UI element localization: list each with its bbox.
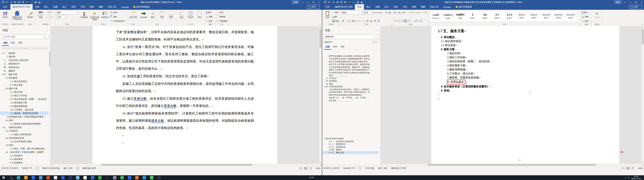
language-indicator[interactable]: 中文(中国)	[365, 167, 374, 170]
ribbon-button-另存为[interactable]: 另存为	[1, 11, 10, 23]
style-entry[interactable]: 2.1.1.1.1标题 7	[540, 11, 552, 22]
justify-button[interactable]	[404, 19, 407, 23]
ribbon-small-行和段落间距[interactable]: ↕行和段落间距⌄	[110, 19, 126, 23]
taskbar-app-icon-18[interactable]	[143, 176, 146, 179]
change-case-button[interactable]: Aa⌄	[380, 11, 383, 14]
previous-result-button[interactable]: ∧	[372, 41, 375, 43]
tab-10[interactable]: 开发工具	[105, 4, 119, 10]
tab-file[interactable]: 文件	[322, 4, 333, 10]
taskbar-app-icon-4[interactable]	[39, 176, 42, 179]
align-left-button[interactable]	[394, 19, 397, 23]
zoom-level[interactable]: 120%	[636, 167, 643, 169]
taskbar-app-icon-5[interactable]	[46, 176, 50, 179]
font-size-combo[interactable]: 五号▾	[363, 11, 372, 15]
collapse-triangle-icon[interactable]: ◢	[5, 130, 7, 132]
expand-triangle-icon[interactable]: ▷	[8, 98, 10, 100]
align-center-button[interactable]	[340, 1, 342, 4]
collapse-triangle-icon[interactable]: ◢	[5, 137, 7, 139]
checkbox-网格线[interactable]: 网格线	[217, 15, 227, 19]
chevron-down-icon[interactable]: ⌄	[46, 36, 47, 38]
close-button[interactable]: ×	[316, 0, 322, 4]
tab-9[interactable]: 视图	[96, 4, 105, 10]
nav-item[interactable]: 由于乙方原因造成的环境污染或生态破坏责任，...	[322, 60, 379, 63]
minimize-button[interactable]: —	[305, 0, 311, 4]
collapse-triangle-icon[interactable]: ◢	[1, 127, 4, 128]
accessibility-status[interactable]: 辅助功能: 不可用	[391, 167, 406, 170]
taskbar-app-icon-8[interactable]	[68, 176, 72, 179]
style-entry[interactable]: 2.1标题 3	[491, 11, 504, 22]
nav-item[interactable]: ▷2.5 服务保障措施	[0, 104, 49, 108]
nav-item[interactable]: 2.2 项目工作目标	[0, 94, 49, 97]
nav-item[interactable]: 2.4 项目服务方案	[0, 101, 49, 104]
print-layout-button[interactable]	[304, 167, 307, 170]
ribbon-button-表格[interactable]: 表格⌄	[36, 11, 45, 23]
signin-button[interactable]: 登录	[292, 0, 300, 4]
ribbon-button-页脚[interactable]: 页脚⌄	[166, 11, 175, 23]
multilevel-list-button[interactable]: ⌄	[403, 11, 407, 14]
share-button[interactable]: 共享⌄	[307, 5, 320, 9]
text-effects-button[interactable]: A⌄	[363, 19, 366, 23]
nav-item[interactable]: ◢4 《初步评审》中响应的资料（按顺序...	[0, 150, 49, 154]
nav-item[interactable]: 由于乙方人员不服从现场安全管理、超指定区域...	[322, 63, 379, 66]
checkbox-标尺[interactable]: 标尺	[217, 11, 227, 14]
read-mode-button[interactable]	[299, 167, 302, 170]
nav-item[interactable]: 其它约定：＿＿＿＿＿＿。	[322, 99, 379, 102]
style-entry[interactable]: 2.1.1标题 4	[504, 11, 516, 22]
taskbar-app-icon-16[interactable]	[128, 176, 131, 179]
nav-item[interactable]: 如果乙方未按甲方安全生产及环保规定组织生产...	[322, 69, 379, 72]
nav-item[interactable]: ▷4.3 信誉要求	[0, 161, 49, 164]
taskbar-app-icon-7[interactable]	[61, 176, 64, 179]
dialog-launcher-icon[interactable]	[338, 24, 340, 26]
phonetic-guide-button[interactable]: 拼	[385, 11, 388, 14]
read-mode-button[interactable]	[622, 167, 625, 170]
taskbar-app-icon-10[interactable]	[84, 176, 87, 179]
collapse-triangle-icon[interactable]: ◢	[5, 144, 7, 146]
show-desktop-button[interactable]	[642, 175, 643, 180]
taskbar-app-icon-1[interactable]	[17, 176, 20, 179]
format-painter-button[interactable]: ▨	[38, 1, 41, 4]
style-button[interactable]: ▤	[34, 1, 37, 4]
macro-icon[interactable]: ▤	[76, 167, 79, 170]
nav-item[interactable]: 五、 偏差表	[0, 69, 49, 73]
tab-5[interactable]: 设计	[382, 4, 391, 10]
taskbar-app-icon-6[interactable]	[54, 176, 57, 179]
scroll-up-icon[interactable]: ▲	[642, 26, 644, 29]
ribbon-small-替换[interactable]: ab替换	[582, 15, 590, 19]
ribbon-small-替换[interactable]: ab替换	[206, 15, 214, 19]
format-painter-button[interactable]: ▨	[360, 1, 363, 4]
style-button[interactable]: ▤	[357, 1, 359, 4]
nav-item[interactable]: ▷1.1 投标人基本情况表	[0, 133, 49, 136]
ribbon-button-页边距[interactable]: 页边距⌄	[186, 11, 195, 23]
nav-item[interactable]: 1 报价表	[0, 55, 49, 58]
style-entry[interactable]: AaBbC标题	[454, 11, 466, 22]
ribbon-display-options-icon[interactable]: ▭	[300, 0, 305, 4]
highlight-button[interactable]: ab⌄	[366, 19, 370, 23]
tab-6[interactable]: 布局	[69, 4, 78, 10]
input-method-indicator[interactable]: 中	[628, 176, 630, 179]
nav-item[interactable]: 2.3 一、法定代表人身份证明	[322, 140, 379, 143]
nav-item[interactable]: 2.1 项目内容	[0, 90, 49, 94]
tab-7[interactable]: 引用	[400, 4, 409, 10]
tab-1[interactable]: 鑫晟宇标书汇专用	[10, 4, 33, 10]
nav-item[interactable]: ◢4 其他	[0, 119, 49, 122]
ribbon-button-拆分[interactable]: 拆分	[195, 11, 204, 23]
clear-search-icon[interactable]: ×	[374, 36, 375, 38]
ribbon-small-边框[interactable]: 边框⌄	[110, 11, 126, 14]
justify-button[interactable]	[26, 1, 29, 4]
ribbon-button-鑫晟宇标书汇内部专用[interactable]: 鑫晟宇标书汇内部专用	[12, 11, 23, 23]
taskbar-search-button[interactable]	[8, 175, 15, 180]
nav-item[interactable]: 2.6 工作重点、难点分析	[0, 108, 49, 111]
nav-tab-页面[interactable]: 页面	[332, 45, 338, 50]
tab-6[interactable]: 布局	[391, 4, 400, 10]
proofing-icon[interactable]: ✗	[36, 167, 38, 170]
taskbar-app-icon-20[interactable]	[158, 176, 161, 179]
ribbon-small-选择[interactable]: ⇖选择⌄	[206, 19, 214, 23]
dialog-launcher-icon[interactable]	[427, 24, 428, 26]
justify-button[interactable]	[348, 1, 351, 4]
ribbon-small-选择[interactable]: ⇖选择⌄	[582, 19, 590, 23]
style-entry[interactable]: 2标题 1	[466, 11, 479, 22]
redo-button[interactable]: ↻	[332, 1, 335, 4]
collapse-triangle-icon[interactable]: ◢	[5, 88, 7, 89]
font-color-button[interactable]: A⌄	[370, 19, 374, 23]
combo-宋体[interactable]: 宋体▾	[56, 11, 78, 15]
